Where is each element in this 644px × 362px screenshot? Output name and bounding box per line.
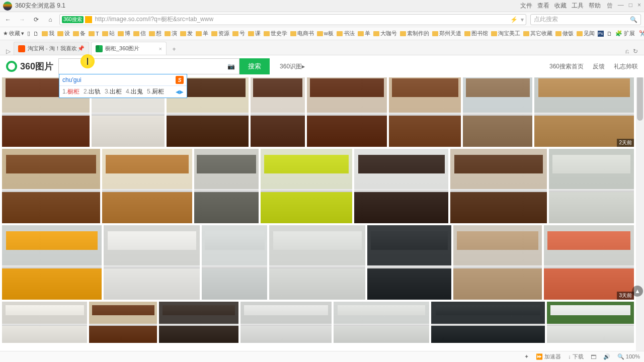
toolbar-ext[interactable]: 🧩 扩展 [615,30,635,37]
bookmark-folder[interactable]: 书法 [337,30,355,37]
ime-candidate[interactable]: 3.出柜 [105,87,122,96]
result-thumb[interactable] [194,149,259,223]
result-thumb[interactable] [549,149,634,223]
close-icon[interactable]: × [159,46,162,52]
bookmark-folder[interactable]: 淘宝美工 [491,30,520,37]
home-button[interactable]: ⌂ [45,15,55,25]
bookmark-folder[interactable]: 博 [118,30,130,37]
avatar[interactable] [3,2,12,11]
result-thumb[interactable] [450,149,547,223]
bookmark-folder[interactable]: 电商书 [290,30,314,37]
bookmark-folder[interactable]: 信 [133,30,146,37]
bookmark-folder[interactable]: 演 [165,30,177,37]
undo-close-icon[interactable]: ⎌ [625,48,629,55]
result-thumb[interactable] [2,149,100,223]
bookmark-folder[interactable]: 课 [248,30,261,37]
result-thumb[interactable] [463,72,532,147]
ime-candidate[interactable]: 1.橱柜 [62,87,79,96]
result-thumb[interactable] [547,302,634,343]
bookmark-item[interactable]: 🗋 [33,31,39,37]
bookmark-folder[interactable]: 我 [42,30,54,37]
menu-file[interactable]: 文件 [520,2,532,10]
link-user[interactable]: 礼志帅联 [614,62,638,71]
speaker-icon[interactable]: 🔊 [603,353,610,360]
bookmark-folder[interactable]: 世史学 [264,30,287,37]
result-thumb[interactable] [389,72,461,147]
tab-360images[interactable]: 橱柜_360图片 × [91,42,167,55]
tabstrip-arrow-icon[interactable]: ▷ [3,48,14,55]
result-thumb[interactable] [431,302,545,343]
result-thumb[interactable] [159,302,238,343]
result-thumb[interactable] [269,225,365,300]
menu-fav[interactable]: 收藏 [554,2,567,10]
address-bar[interactable]: 360搜索 http://image.so.com/i?q=橱柜&src=tab… [59,14,526,25]
pin-icon[interactable]: 📌 [77,45,85,52]
ime-candidate[interactable]: 4.出鬼 [126,87,143,96]
result-thumb[interactable] [89,302,157,343]
toolbar-ext[interactable]: ✂️ 截图 [639,30,644,37]
new-tab-button[interactable]: + [169,44,180,55]
bookmark-folder[interactable]: 设 [57,30,70,37]
favorites-button[interactable]: ★收藏▾ [3,30,24,37]
bookmark-folder[interactable]: 备 [73,30,86,37]
bookmark-folder[interactable]: 单 [358,30,370,37]
bookmark-folder[interactable]: T [89,30,99,37]
vertical-scrollbar[interactable]: ▲ [636,55,644,351]
refresh-all-icon[interactable]: ↻ [633,48,638,55]
result-thumb[interactable] [104,225,200,300]
status-icon[interactable]: ✦ [524,353,529,360]
search-button[interactable]: 搜索 [239,58,270,74]
bookmark-folder[interactable]: 资源 [211,30,229,37]
menu-tools[interactable]: 工具 [572,2,584,10]
link-home[interactable]: 360搜索首页 [549,62,584,71]
scroll-top-button[interactable]: ▲ [632,286,643,297]
result-thumb[interactable]: 3天前 [544,225,634,300]
result-thumb[interactable] [240,302,332,343]
dropdown-icon[interactable]: ▾ [521,16,524,23]
close-button[interactable]: × [637,2,641,10]
bookmark-folder[interactable]: 郑州天道 [432,30,461,37]
reload-button[interactable]: ⟳ [31,15,41,25]
result-thumb[interactable] [2,302,87,343]
result-thumb[interactable] [202,225,267,300]
result-thumb[interactable] [354,149,448,223]
menu-help[interactable]: 帮助 [589,2,601,10]
bookmark-folder[interactable]: 图书馆 [464,30,488,37]
mute-icon[interactable]: 🗔 [591,354,596,360]
result-thumb[interactable] [307,72,387,147]
minimize-button[interactable]: — [618,2,624,10]
link-360shitu[interactable]: 360识图▸ [280,62,305,71]
zoom-label[interactable]: 🔍 100% [617,353,640,360]
result-thumb[interactable] [367,225,451,300]
result-thumb[interactable] [251,72,304,147]
bookmark-folder[interactable]: 站 [102,30,115,37]
site-logo[interactable]: 360图片 [6,60,53,72]
bookmark-folder[interactable]: 号 [232,30,245,37]
menu-view[interactable]: 查看 [537,2,549,10]
ime-candidate[interactable]: 5.厨柜 [147,87,164,96]
bookmark-item[interactable]: ▯ [27,30,30,37]
search-icon[interactable]: 🔍 [630,16,637,23]
back-button[interactable]: ← [3,15,13,25]
bookmark-item[interactable]: 🗋 [607,31,612,37]
accel-icon[interactable]: ⏩ 加速器 [536,353,561,360]
download-icon[interactable]: ↓ 下载 [568,353,584,360]
bookmark-folder[interactable]: 想 [149,30,162,37]
ime-pager[interactable]: ◀▶ [176,89,184,95]
bookmark-folder[interactable]: 大咖号 [373,30,397,37]
bookmark-ps[interactable]: Ps [598,31,604,37]
result-thumb[interactable] [2,225,102,300]
result-thumb[interactable] [453,225,542,300]
bookmark-folder[interactable]: w板 [317,30,334,37]
bookmark-folder[interactable]: 见闻 [577,30,595,37]
forward-button[interactable]: → [17,15,27,25]
url-text[interactable]: http://image.so.com/i?q=橱柜&src=tab_www [95,15,510,24]
tab-taobao[interactable]: 淘宝网 - 淘！我喜欢 📌 [14,42,89,55]
ime-candidate[interactable]: 2.出轨 [84,87,101,96]
camera-icon[interactable]: 📷 [227,63,235,70]
skin-button[interactable]: 曾 [607,2,613,10]
maximize-button[interactable]: □ [629,2,632,10]
result-thumb[interactable] [261,149,353,223]
bookmark-folder[interactable]: 发 [180,30,193,37]
result-thumb[interactable] [334,302,429,343]
